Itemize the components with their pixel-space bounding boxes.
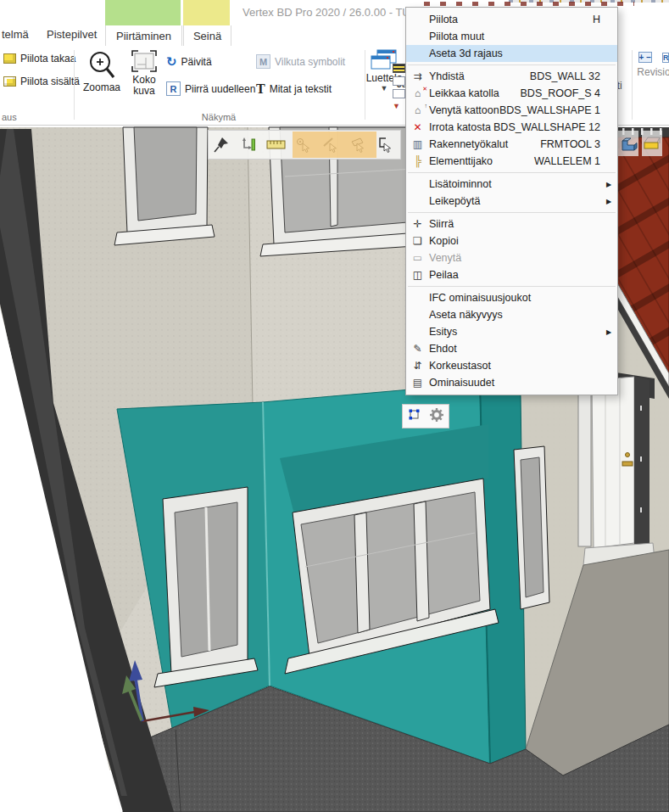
menu-item-irrota-katosta[interactable]: ✕Irrota katostaBDS_WALLSHAPE 12 xyxy=(406,119,617,136)
menu-item-esitys[interactable]: Esitys▶ xyxy=(406,323,617,340)
fit-view-icon xyxy=(131,49,158,75)
menu-item-peilaa[interactable]: ◫Peilaa xyxy=(406,266,617,283)
door-sidelight xyxy=(578,380,591,546)
menu-separator xyxy=(408,286,616,287)
menu-item-piilota[interactable]: PiilotaH xyxy=(406,11,617,28)
menu-separator xyxy=(408,212,616,213)
menu-separator xyxy=(408,172,616,173)
move-icon: ✛ xyxy=(406,218,429,230)
submenu-arrow-icon: ▶ xyxy=(606,181,617,188)
ribbon-separator xyxy=(74,50,75,120)
dimensions-icon: T xyxy=(256,81,265,97)
geometry-points-icon[interactable] xyxy=(407,407,421,425)
ruler-icon[interactable] xyxy=(263,132,290,158)
entrance xyxy=(578,368,655,565)
menu-item-leikep-yt[interactable]: Leikepöytä▶ xyxy=(406,193,617,210)
hide-behind-button[interactable]: Piilota takaa xyxy=(3,53,75,64)
conditions-icon: ✎ xyxy=(406,343,429,355)
element-division-icon: ╠ xyxy=(406,155,429,167)
hide-inside-button[interactable]: Piilota sisältä xyxy=(3,76,80,87)
zoom-icon xyxy=(86,49,117,81)
side-icon-column: ▼ xyxy=(393,64,405,110)
window-title: Vertex BD Pro 2020 / 26.0.00 - TUTO xyxy=(243,6,426,19)
menu-item-venyt: ▭Venytä xyxy=(406,249,617,266)
revision-icon: + −R xyxy=(638,51,669,63)
bay-window-right xyxy=(514,446,549,609)
fit-view-button[interactable]: Koko kuva xyxy=(126,49,162,97)
door-frame-dark xyxy=(634,377,649,550)
mirror-icon: ◫ xyxy=(406,269,429,281)
snap-highlight-band xyxy=(293,132,376,158)
framing-tools-icon: ▥ xyxy=(406,138,429,150)
merge-walls-icon: ⇉ xyxy=(406,70,429,82)
tab-pistepilvet[interactable]: Pistepilvet xyxy=(47,28,97,41)
submenu-arrow-icon: ▶ xyxy=(606,328,617,336)
tab-seina[interactable]: Seinä xyxy=(183,25,231,46)
menu-item-yhdist[interactable]: ⇉YhdistäBDS_WALL 32 xyxy=(406,68,617,85)
menu-item-ifc-ominaisuusjoukot[interactable]: IFC ominaisuusjoukot xyxy=(406,289,617,306)
door-handle xyxy=(622,462,633,466)
cut-by-roof-icon: ⌂✕ xyxy=(406,87,429,99)
hide-behind-icon xyxy=(3,53,16,64)
dimensions-texts-button[interactable]: T Mitat ja tekstit xyxy=(256,81,332,97)
chevron-down-icon: ▼ xyxy=(381,84,388,92)
blink-symbols-icon: M xyxy=(256,54,270,69)
zoom-button[interactable]: Zoomaa xyxy=(80,49,124,93)
chevron-down-red-icon[interactable]: ▼ xyxy=(393,102,405,110)
elevation-levels-icon: ⇵ xyxy=(406,360,429,372)
blink-symbols-button: M Vilkuta symbolit xyxy=(256,54,345,69)
solid-part-icon[interactable] xyxy=(618,131,638,156)
context-menu: PiilotaHPiilota muutAseta 3d rajaus⇉Yhdi… xyxy=(405,7,618,395)
tab-piirtaminen[interactable]: Piirtäminen xyxy=(105,25,182,46)
measure-axes-icon[interactable] xyxy=(236,132,263,158)
menu-item-piilota-muut[interactable]: Piilota muut xyxy=(406,28,617,45)
viewport-overlay-icons xyxy=(618,131,662,156)
panel-icon[interactable] xyxy=(393,89,405,98)
ribbon-separator xyxy=(632,50,633,120)
menu-item-lis-toiminnot[interactable]: Lisätoiminnot▶ xyxy=(406,176,617,193)
detach-from-roof-icon: ✕ xyxy=(406,121,429,133)
group-label-partial: aus xyxy=(2,112,17,122)
gear-icon[interactable] xyxy=(429,407,444,426)
refresh-button[interactable]: ↻ Päivitä xyxy=(166,54,212,70)
upper-window-left xyxy=(114,127,215,245)
menu-item-korkeustasot[interactable]: ⇵Korkeustasot xyxy=(406,357,617,374)
properties-icon: ▤ xyxy=(406,377,429,389)
revision-button[interactable]: + −R Revisio xyxy=(637,51,669,78)
pushpin-icon[interactable] xyxy=(209,132,236,158)
menu-item-rakennety-kalut[interactable]: ▥RakennetyökalutFRMTOOL 3 xyxy=(406,136,617,153)
clipped-text-strip xyxy=(424,2,634,6)
menu-item-leikkaa-katolla[interactable]: ⌂✕Leikkaa katollaBDS_ROOF_S 4 xyxy=(406,85,617,102)
tab-partial[interactable]: telmä xyxy=(2,28,29,41)
refresh-icon: ↻ xyxy=(166,54,177,70)
tab-highlight-green xyxy=(105,0,181,25)
hide-inside-icon xyxy=(3,76,16,87)
menu-item-ehdot[interactable]: ✎Ehdot xyxy=(406,340,617,357)
redraw-icon: R xyxy=(166,81,181,96)
mini-toolbar xyxy=(402,404,449,428)
menu-item-siirr[interactable]: ✛Siirrä xyxy=(406,216,617,232)
menu-separator xyxy=(408,64,616,65)
group-label-view: Näkymä xyxy=(75,112,363,122)
menu-item-kopioi[interactable]: ❏Kopioi xyxy=(406,232,617,249)
copy-icon: ❏ xyxy=(406,235,429,247)
panel-icon[interactable] xyxy=(393,76,405,86)
redraw-button[interactable]: R Piirrä uudelleen xyxy=(166,81,255,96)
snap-toolbar xyxy=(208,130,401,160)
menu-item-elementtijako[interactable]: ╠ElementtijakoWALLELEM 1 xyxy=(406,153,617,170)
submenu-arrow-icon: ▶ xyxy=(606,198,617,205)
stretch-icon: ▭ xyxy=(406,252,429,264)
menu-item-aseta-n-kyvyys[interactable]: Aseta näkyvyys xyxy=(406,306,617,323)
tab-highlight-yellow xyxy=(183,0,230,25)
menu-item-venyt-kattoon[interactable]: ⌂↑Venytä kattoonBDS_WALLSHAPE 1 xyxy=(406,102,617,119)
bounding-box-icon[interactable] xyxy=(642,131,662,156)
stretch-to-roof-icon: ⌂↑ xyxy=(406,104,429,116)
menu-item-ominaisuudet[interactable]: ▤Ominaisuudet xyxy=(406,374,617,391)
bay-window-structure xyxy=(117,384,549,764)
layers-icon[interactable] xyxy=(393,64,405,73)
menu-item-aseta-3d-rajaus[interactable]: Aseta 3d rajaus xyxy=(406,45,617,62)
